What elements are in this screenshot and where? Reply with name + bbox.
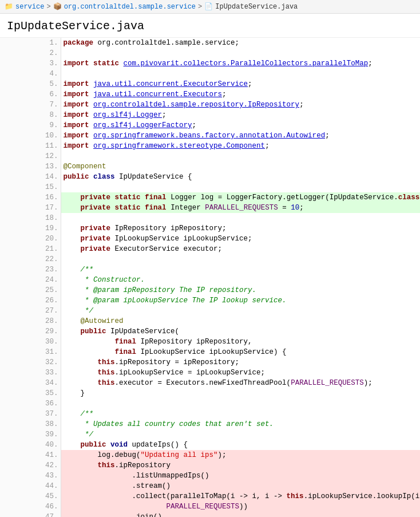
code-cell: .stream() <box>61 481 420 491</box>
table-row: 25. * @param ipRepository The IP reposit… <box>0 285 420 295</box>
line-num: 25. <box>0 285 61 295</box>
code-cell: import org.slf4j.LoggerFactory; <box>61 120 420 131</box>
page-title: IpUpdateService.java <box>0 14 420 38</box>
table-row: 24. * Constructor. <box>0 275 420 285</box>
line-num: 24. <box>0 275 61 285</box>
code-cell: * Constructor. <box>61 275 420 285</box>
table-row: 18. <box>0 213 420 223</box>
table-row: 19. private IpRepository ipRepository; <box>0 223 420 234</box>
line-num: 28. <box>0 316 61 326</box>
line-num: 10. <box>0 131 61 141</box>
line-num: 31. <box>0 347 61 357</box>
table-row: 26. * @param ipLookupService The IP look… <box>0 295 420 306</box>
table-row: 41. log.debug("Updating all ips"); <box>0 450 420 460</box>
table-row: 37. /** <box>0 409 420 419</box>
table-row: 15. <box>0 182 420 192</box>
code-cell: */ <box>61 429 420 440</box>
line-num: 44. <box>0 481 61 491</box>
code-cell: .join() <box>61 512 420 517</box>
code-cell: * Updates all country codes that aren't … <box>61 419 420 429</box>
code-cell <box>61 254 420 265</box>
line-num: 13. <box>0 161 61 172</box>
line-num: 6. <box>0 89 61 100</box>
line-num: 11. <box>0 141 61 151</box>
code-cell: final IpLookupService ipLookupService) { <box>61 347 420 357</box>
line-num: 12. <box>0 151 61 161</box>
code-cell: /** <box>61 265 420 275</box>
breadcrumb: 📁 service > 📦 org.controlaltdel.sample.s… <box>0 0 420 14</box>
line-num: 21. <box>0 244 61 254</box>
code-container[interactable]: 1. package org.controlaltdel.sample.serv… <box>0 38 420 517</box>
code-cell: this.ipRepository = ipRepository; <box>61 357 420 368</box>
breadcrumb-sep-2: > <box>198 3 202 11</box>
code-cell: import static com.pivovarit.collectors.P… <box>61 58 420 69</box>
code-cell: log.debug("Updating all ips"); <box>61 450 420 460</box>
code-cell: private IpLookupService ipLookupService; <box>61 234 420 244</box>
table-row: 43. .listUnmappedIps() <box>0 471 420 481</box>
table-row: 28. @Autowired <box>0 316 420 326</box>
line-num: 39. <box>0 429 61 440</box>
folder-icon: 📁 <box>5 2 13 11</box>
table-row: 6. import java.util.concurrent.Executors… <box>0 89 420 100</box>
table-row: 13. @Component <box>0 161 420 172</box>
code-cell <box>61 213 420 223</box>
line-num: 8. <box>0 110 61 120</box>
table-row: 4. <box>0 69 420 79</box>
line-num: 43. <box>0 471 61 481</box>
line-num: 26. <box>0 295 61 306</box>
line-num: 7. <box>0 100 61 110</box>
file-icon: 📄 <box>204 2 213 11</box>
table-row: 46. PARALLEL_REQUESTS)) <box>0 502 420 512</box>
table-row: 10. import org.springframework.beans.fac… <box>0 131 420 141</box>
table-row: 20. private IpLookupService ipLookupServ… <box>0 234 420 244</box>
code-cell: import org.controlaltdel.sample.reposito… <box>61 100 420 110</box>
table-row: 14. public class IpUpdateService { <box>0 172 420 182</box>
code-cell <box>61 398 420 409</box>
code-cell: import org.slf4j.Logger; <box>61 110 420 120</box>
code-cell: * @param ipRepository The IP repository. <box>61 285 420 295</box>
line-num: 41. <box>0 450 61 460</box>
code-cell: this.ipLookupService = ipLookupService; <box>61 368 420 378</box>
code-cell <box>61 69 420 79</box>
code-cell: .collect(parallelToMap(i -> i, i -> this… <box>61 491 420 502</box>
table-row: 12. <box>0 151 420 161</box>
code-cell <box>61 151 420 161</box>
line-num: 14. <box>0 172 61 182</box>
code-cell: private static final Logger log = Logger… <box>61 192 420 203</box>
table-row: 42. this.ipRepository <box>0 460 420 471</box>
line-num: 29. <box>0 326 61 337</box>
table-row: 30. final IpRepository ipRepository, <box>0 337 420 347</box>
table-row: 39. */ <box>0 429 420 440</box>
code-cell <box>61 48 420 58</box>
line-num: 38. <box>0 419 61 429</box>
line-num: 3. <box>0 58 61 69</box>
code-cell: import java.util.concurrent.ExecutorServ… <box>61 79 420 89</box>
code-cell: * @param ipLookupService The IP lookup s… <box>61 295 420 306</box>
breadcrumb-package[interactable]: org.controlaltdel.sample.service <box>64 3 196 11</box>
line-num: 34. <box>0 378 61 388</box>
code-cell: */ <box>61 306 420 316</box>
table-row: 45. .collect(parallelToMap(i -> i, i -> … <box>0 491 420 502</box>
line-num: 47. <box>0 512 61 517</box>
line-num: 20. <box>0 234 61 244</box>
code-cell: package org.controlaltdel.sample.service… <box>61 38 420 48</box>
table-row: 31. final IpLookupService ipLookupServic… <box>0 347 420 357</box>
table-row: 44. .stream() <box>0 481 420 491</box>
code-cell: import org.springframework.beans.factory… <box>61 131 420 141</box>
line-num: 4. <box>0 69 61 79</box>
code-cell <box>61 182 420 192</box>
table-row: 33. this.ipLookupService = ipLookupServi… <box>0 368 420 378</box>
table-row: 3. import static com.pivovarit.collector… <box>0 58 420 69</box>
breadcrumb-sep-1: > <box>46 3 50 11</box>
line-num: 45. <box>0 491 61 502</box>
table-row: 27. */ <box>0 306 420 316</box>
line-num: 37. <box>0 409 61 419</box>
line-num: 5. <box>0 79 61 89</box>
line-num: 19. <box>0 223 61 234</box>
code-table: 1. package org.controlaltdel.sample.serv… <box>0 38 420 517</box>
code-cell: import org.springframework.stereotype.Co… <box>61 141 420 151</box>
table-row: 47. .join() <box>0 512 420 517</box>
line-num: 36. <box>0 398 61 409</box>
table-row: 16. private static final Logger log = Lo… <box>0 192 420 203</box>
breadcrumb-service[interactable]: service <box>15 3 44 11</box>
